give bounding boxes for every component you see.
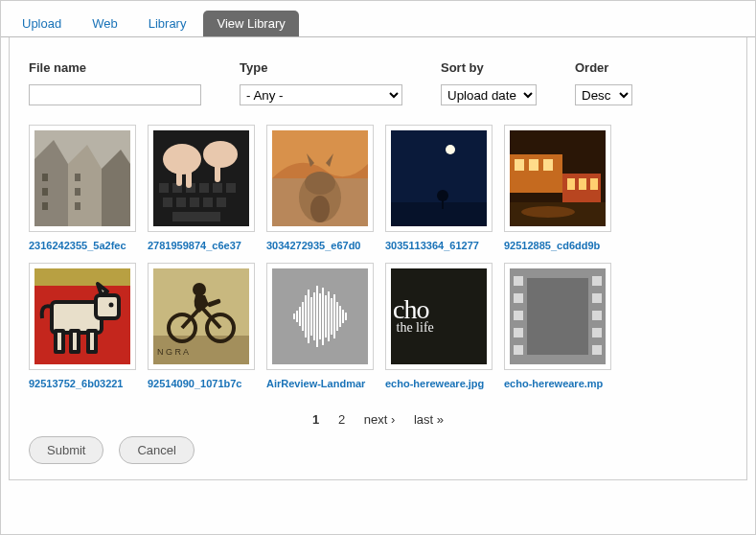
svg-rect-16	[226, 183, 236, 193]
pager: 1 2 next › last »	[29, 412, 727, 427]
page-1[interactable]: 1	[312, 412, 319, 427]
thumbnail	[29, 125, 136, 232]
media-item[interactable]: cho the life echo-hereweare.jpg	[385, 263, 493, 389]
filter-sortby: Sort by Upload date	[441, 60, 537, 105]
filename-text: 2781959874_c6e37	[148, 240, 255, 251]
image-icon	[510, 130, 606, 226]
svg-rect-19	[190, 198, 199, 207]
order-label: Order	[575, 60, 632, 75]
tab-view-library[interactable]: View Library	[203, 11, 298, 36]
svg-point-32	[310, 196, 330, 222]
pager-next[interactable]: next ›	[364, 412, 396, 427]
view-library-panel: File name Type - Any - Sort by Upload da…	[9, 37, 747, 480]
cancel-button[interactable]: Cancel	[119, 436, 194, 464]
image-icon	[153, 130, 249, 226]
thumbnail: cho the life	[385, 263, 493, 370]
submit-button[interactable]: Submit	[29, 436, 103, 464]
filename-text: 92512885_cd6dd9b	[504, 240, 611, 251]
svg-rect-41	[529, 159, 538, 171]
tab-bar: Upload Web Library View Library	[1, 1, 755, 37]
thumbnail	[266, 125, 374, 232]
filename-text: 2316242355_5a2fec	[29, 240, 136, 251]
thumbnail	[385, 125, 493, 232]
svg-rect-34	[391, 202, 487, 226]
order-select[interactable]: Desc	[575, 84, 632, 105]
svg-point-48	[521, 206, 575, 218]
thumbnail	[504, 125, 611, 232]
tab-library[interactable]: Library	[135, 11, 200, 36]
type-label: Type	[240, 60, 402, 75]
filename-text: 3034272935_e67d0	[266, 240, 374, 251]
svg-rect-9	[75, 202, 80, 210]
svg-rect-44	[567, 178, 575, 190]
media-item[interactable]: echo-hereweare.mp	[504, 263, 611, 389]
action-bar: Submit Cancel	[29, 436, 727, 464]
media-item[interactable]: 3034272935_e67d0	[266, 125, 374, 251]
svg-rect-50	[34, 268, 130, 286]
thumbnail: N G R A	[148, 263, 255, 370]
svg-rect-52	[96, 295, 119, 318]
thumbnail	[148, 125, 255, 232]
media-item[interactable]: 2781959874_c6e37	[148, 125, 255, 251]
svg-rect-53	[56, 331, 63, 352]
pager-last[interactable]: last »	[414, 412, 444, 427]
media-item[interactable]: AirReview-Landmar	[266, 263, 374, 389]
image-icon	[391, 130, 487, 226]
svg-rect-55	[88, 331, 96, 352]
svg-rect-54	[71, 331, 79, 352]
svg-point-35	[446, 145, 455, 154]
filename-text: 3035113364_61277	[385, 240, 493, 251]
svg-rect-42	[543, 159, 553, 171]
sortby-select[interactable]: Upload date	[441, 84, 537, 105]
image-icon: cho the life	[391, 268, 487, 364]
image-icon	[34, 268, 130, 364]
image-icon	[34, 130, 130, 226]
filter-order: Order Desc	[575, 60, 632, 105]
filename-text: AirReview-Landmar	[266, 378, 374, 389]
svg-rect-17	[163, 198, 172, 207]
svg-rect-46	[590, 178, 598, 190]
sortby-label: Sort by	[441, 60, 537, 75]
svg-rect-7	[75, 174, 80, 181]
svg-rect-15	[213, 183, 222, 193]
svg-rect-45	[579, 178, 586, 190]
svg-text:N G R A: N G R A	[157, 347, 189, 357]
filename-label: File name	[29, 60, 201, 75]
svg-rect-4	[42, 174, 48, 181]
image-icon: N G R A	[153, 268, 249, 364]
audio-icon	[272, 268, 368, 364]
svg-rect-6	[42, 202, 48, 210]
svg-rect-11	[159, 183, 169, 193]
thumbnail	[504, 263, 611, 370]
filename-text: 92513752_6b03221	[29, 378, 136, 389]
filename-text: echo-hereweare.mp	[504, 378, 611, 389]
media-item[interactable]: 3035113364_61277	[385, 125, 493, 251]
video-icon	[510, 268, 606, 364]
media-item[interactable]: N G R A 92514090_1071b7c	[148, 263, 255, 389]
page-2[interactable]: 2	[338, 412, 345, 427]
filter-bar: File name Type - Any - Sort by Upload da…	[29, 60, 727, 105]
media-item[interactable]: 92513752_6b03221	[29, 263, 136, 389]
media-item[interactable]: 92512885_cd6dd9b	[504, 125, 611, 251]
svg-rect-26	[186, 169, 192, 188]
type-select[interactable]: - Any -	[240, 84, 402, 105]
svg-rect-5	[42, 188, 48, 196]
tab-upload[interactable]: Upload	[9, 11, 75, 36]
filter-type: Type - Any -	[240, 60, 402, 105]
svg-rect-14	[199, 183, 209, 193]
thumbnail	[29, 263, 136, 370]
thumbnail-grid: 2316242355_5a2fec	[29, 125, 727, 389]
svg-point-61	[193, 283, 206, 296]
svg-point-56	[109, 303, 114, 308]
svg-point-24	[203, 141, 238, 168]
svg-rect-20	[203, 198, 213, 207]
tab-web[interactable]: Web	[79, 11, 131, 36]
filter-filename: File name	[29, 60, 201, 105]
svg-rect-25	[176, 167, 182, 186]
svg-rect-40	[515, 159, 524, 171]
filename-input[interactable]	[29, 84, 201, 105]
media-library-window: Upload Web Library View Library File nam…	[0, 0, 756, 535]
media-item[interactable]: 2316242355_5a2fec	[29, 125, 136, 251]
svg-rect-8	[75, 188, 80, 196]
svg-rect-22	[172, 212, 220, 221]
